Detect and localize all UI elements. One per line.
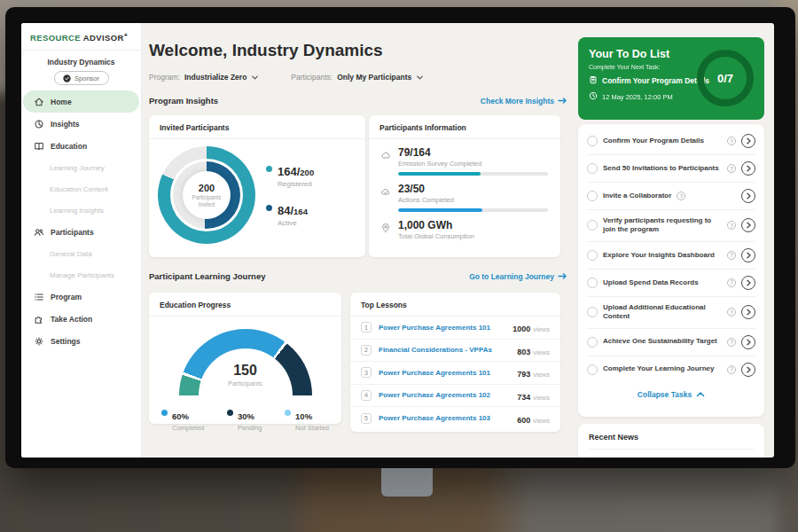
invited-participants-card: Invited Participants 200 ParticipantsInv… — [149, 115, 365, 257]
sidebar-item-label: Participants — [51, 228, 94, 237]
gauge-legend: 60% Completed 30% Pending 10% Not Starte… — [149, 398, 341, 432]
go-to-learning-journey-link[interactable]: Go to Learning Journey — [469, 272, 567, 281]
task-row[interactable]: Complete Your Learning Journey ? — [587, 356, 755, 383]
org-name: Industry Dynamics — [21, 58, 141, 66]
lesson-link[interactable]: Power Purchase Agreements 103 — [379, 414, 510, 422]
task-go-button[interactable] — [741, 134, 755, 148]
todo-progress-value: 0/7 — [717, 72, 733, 85]
task-go-button[interactable] — [741, 189, 755, 203]
take-action-icon — [33, 313, 44, 325]
task-checkbox[interactable] — [587, 220, 598, 231]
check-more-insights-link[interactable]: Check More Insights — [481, 97, 567, 106]
todo-task-list: Confirm Your Program Details ? Send 50 I… — [578, 124, 764, 417]
todo-next-task: Confirm Your Program Details — [602, 76, 709, 85]
location-pin-icon — [379, 223, 391, 240]
collapse-tasks-link[interactable]: Collapse Tasks — [587, 383, 755, 404]
task-row[interactable]: Explore Your Insights Dashboard ? — [587, 242, 755, 270]
sidebar-item-label: Insights — [51, 120, 80, 129]
task-row[interactable]: Achieve One Sustainability Target ? — [587, 329, 755, 356]
recent-news-card: Recent News — [578, 424, 764, 458]
legend-item-pending: 30% Pending — [227, 407, 262, 432]
sidebar-item-education-content[interactable]: Education Content — [23, 178, 139, 200]
task-checkbox[interactable] — [587, 307, 598, 317]
program-insights-header: Program Insights Check More Insights — [149, 96, 567, 106]
sidebar: RESOURCE ADVISOR+ Industry Dynamics Spon… — [21, 23, 142, 458]
sidebar-item-education[interactable]: Education — [23, 135, 139, 157]
sidebar-item-participants[interactable]: Participants — [23, 221, 139, 243]
sidebar-item-insights[interactable]: Insights — [23, 113, 139, 135]
info-icon[interactable]: ? — [727, 251, 736, 260]
sidebar-item-learning-insights[interactable]: Learning Insights — [23, 200, 139, 221]
info-icon[interactable]: ? — [677, 192, 685, 200]
actions-icon — [379, 186, 391, 212]
participants-label: Participants: — [291, 73, 332, 82]
sidebar-item-program[interactable]: Program — [23, 286, 139, 308]
task-checkbox[interactable] — [587, 191, 598, 201]
task-go-button[interactable] — [741, 305, 755, 319]
task-row[interactable]: Confirm Your Program Details ? — [587, 128, 755, 155]
task-go-button[interactable] — [741, 218, 755, 232]
sidebar-item-settings[interactable]: Settings — [23, 330, 139, 352]
task-checkbox[interactable] — [587, 250, 598, 261]
task-row[interactable]: Upload Additional Educational Content ? — [587, 297, 755, 329]
task-checkbox[interactable] — [587, 278, 598, 288]
main-content: Welcome, Industry Dynamics Program: Indu… — [142, 23, 571, 458]
legend-item-registered: 164/200 Registered — [266, 163, 314, 188]
lesson-row: 3 Power Purchase Agreements 101 793views — [350, 362, 560, 385]
info-icon[interactable]: ? — [727, 365, 736, 374]
gauge-center-label: Participants — [179, 379, 312, 387]
task-row[interactable]: Invite a Collaborator ? — [587, 183, 755, 210]
info-icon[interactable]: ? — [727, 221, 736, 230]
participants-dropdown[interactable]: Participants: Only My Participants — [291, 69, 424, 85]
task-checkbox[interactable] — [587, 163, 598, 174]
sidebar-item-manage-participants[interactable]: Manage Participants — [23, 264, 139, 286]
task-go-button[interactable] — [741, 276, 755, 290]
sidebar-item-home[interactable]: Home — [23, 90, 139, 113]
lesson-link[interactable]: Power Purchase Agreements 101 — [379, 369, 510, 377]
sidebar-item-label: Education — [51, 142, 87, 151]
task-checkbox[interactable] — [587, 364, 598, 375]
program-dropdown[interactable]: Program: Industrialize Zero — [149, 69, 259, 85]
sidebar-item-take-action[interactable]: Take Action — [23, 308, 139, 330]
legend-dot — [266, 205, 272, 211]
sidebar-item-label: Education Content — [50, 185, 108, 193]
lesson-row: 1 Power Purchase Agreements 101 1000view… — [350, 317, 560, 340]
task-go-button[interactable] — [741, 161, 755, 176]
lesson-rank: 3 — [361, 367, 372, 378]
invited-donut-chart: 200 ParticipantsInvited — [158, 146, 255, 244]
stat-emission-survey: 79/164 Emission Survey Completed — [369, 139, 560, 176]
info-icon[interactable]: ? — [727, 278, 736, 287]
sponsor-icon — [63, 74, 71, 82]
sidebar-item-learning-journey[interactable]: Learning Journey — [23, 157, 139, 178]
participants-information-card: Participants Information 79/164 Emission… — [369, 115, 560, 257]
lesson-link[interactable]: Power Purchase Agreements 102 — [379, 391, 510, 399]
task-go-button[interactable] — [741, 248, 755, 262]
sidebar-item-general-data[interactable]: General Data — [23, 243, 139, 264]
sidebar-item-label: Settings — [51, 337, 81, 346]
link-label: Check More Insights — [481, 97, 554, 106]
task-row[interactable]: Verify participants requesting to join t… — [587, 210, 755, 242]
participants-icon — [33, 226, 44, 238]
sponsor-badge[interactable]: Sponsor — [54, 71, 109, 85]
task-checkbox[interactable] — [587, 136, 598, 146]
lesson-rank: 4 — [361, 390, 372, 401]
info-icon[interactable]: ? — [727, 308, 736, 317]
info-icon[interactable]: ? — [727, 338, 736, 347]
task-go-button[interactable] — [741, 335, 755, 349]
info-icon[interactable]: ? — [727, 164, 736, 173]
info-icon[interactable]: ? — [727, 137, 736, 145]
stat-actions-completed: 23/50 Actions Completed — [369, 176, 560, 212]
link-label: Go to Learning Journey — [469, 272, 554, 281]
task-row[interactable]: Upload Spend Data Records ? — [587, 270, 755, 297]
task-checkbox[interactable] — [587, 337, 598, 348]
logo-secondary: ADVISOR — [83, 33, 124, 43]
program-label: Program: — [149, 73, 180, 82]
card-title: Top Lessons — [350, 293, 560, 317]
lesson-link[interactable]: Financial Considerations - VPPAs — [379, 346, 510, 354]
sponsor-label: Sponsor — [74, 74, 99, 82]
lesson-link[interactable]: Power Purchase Agreements 101 — [379, 324, 505, 332]
sidebar-item-label: Program — [51, 293, 82, 301]
task-row[interactable]: Send 50 Invitations to Participants ? — [587, 155, 755, 183]
task-go-button[interactable] — [741, 363, 755, 377]
card-title: Invited Participants — [149, 115, 365, 139]
